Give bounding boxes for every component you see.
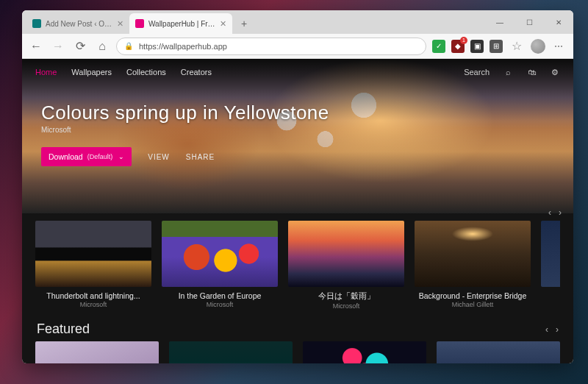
carousel-next[interactable]: ›	[559, 207, 562, 218]
featured-row	[22, 341, 573, 363]
hero-banner: Home Wallpapers Collections Creators Sea…	[22, 59, 573, 213]
tab-onmsft[interactable]: Add New Post ‹ OnMSFT.com — ✕	[26, 13, 129, 34]
ublock-icon[interactable]: ◆1	[451, 40, 465, 53]
home-button[interactable]: ⌂	[94, 38, 110, 54]
wallpaper-card[interactable]: 今日は「穀雨」 Microsoft	[288, 221, 404, 310]
favorite-button[interactable]: ☆	[509, 38, 525, 54]
browser-toolbar: ← → ⟳ ⌂ 🔒 https://wallpaperhub.app ✓ ◆1 …	[22, 34, 573, 59]
refresh-button[interactable]: ⟳	[72, 38, 88, 54]
browser-window: Add New Post ‹ OnMSFT.com — ✕ WallpaperH…	[22, 10, 573, 363]
titlebar: Add New Post ‹ OnMSFT.com — ✕ WallpaperH…	[22, 10, 573, 34]
nav-creators[interactable]: Creators	[181, 68, 212, 77]
nav-collections[interactable]: Collections	[126, 68, 166, 77]
cart-icon[interactable]: 🛍	[526, 67, 537, 77]
url-text: https://wallpaperhub.app	[139, 42, 227, 51]
favicon-icon	[135, 19, 144, 28]
page-viewport: Home Wallpapers Collections Creators Sea…	[22, 59, 573, 363]
search-icon[interactable]: ⌕	[503, 67, 513, 77]
chevron-down-icon: ⌄	[118, 153, 124, 160]
wallpaper-card-peek[interactable]	[541, 221, 560, 310]
featured-card[interactable]	[35, 341, 159, 363]
tab-label: WallpaperHub | Free wallpapers	[148, 20, 215, 28]
extension-area: ✓ ◆1 ▣ ⊞ ☆ ⋯	[432, 38, 567, 54]
thumbnail	[162, 221, 278, 287]
tab-wallpaperhub[interactable]: WallpaperHub | Free wallpapers ✕	[129, 13, 232, 34]
download-button[interactable]: Download (Default) ⌄	[41, 147, 132, 166]
close-icon[interactable]: ✕	[220, 19, 226, 29]
tab-label: Add New Post ‹ OnMSFT.com —	[46, 20, 112, 28]
back-button[interactable]: ←	[28, 38, 44, 54]
featured-prev[interactable]: ‹	[545, 324, 548, 335]
thumbnail	[415, 221, 531, 287]
carousel-row: ‹ › Thunderbolt and lightning... Microso…	[22, 213, 573, 320]
carousel-prev[interactable]: ‹	[548, 207, 551, 218]
new-tab-button[interactable]: +	[235, 15, 253, 32]
favicon-icon	[32, 19, 41, 28]
lock-icon: 🔒	[124, 42, 133, 50]
site-nav: Home Wallpapers Collections Creators Sea…	[22, 59, 573, 85]
maximize-button[interactable]: ☐	[514, 10, 544, 34]
close-icon[interactable]: ✕	[117, 19, 123, 29]
share-button[interactable]: SHARE	[186, 153, 215, 161]
featured-card[interactable]	[303, 341, 426, 363]
featured-header: Featured ‹ ›	[22, 320, 573, 341]
search-label[interactable]: Search	[464, 68, 490, 77]
wallpaper-card[interactable]: In the Garden of Europe Microsoft	[162, 221, 278, 310]
featured-heading: Featured	[37, 321, 90, 337]
menu-button[interactable]: ⋯	[551, 41, 567, 51]
extension-icon[interactable]: ⊞	[490, 40, 503, 53]
minimize-button[interactable]: —	[485, 10, 514, 34]
address-bar[interactable]: 🔒 https://wallpaperhub.app	[116, 38, 426, 55]
nav-home[interactable]: Home	[35, 68, 57, 77]
nav-wallpapers[interactable]: Wallpapers	[71, 68, 112, 77]
wallpaper-card[interactable]: Background - Enterprise Bridge Michael G…	[415, 221, 531, 310]
close-window-button[interactable]: ✕	[544, 10, 573, 34]
settings-icon[interactable]: ⚙	[550, 67, 560, 77]
thumbnail	[288, 221, 404, 287]
featured-card[interactable]	[169, 341, 293, 363]
thumbnail	[541, 221, 560, 287]
view-button[interactable]: VIEW	[148, 153, 170, 161]
window-controls: — ☐ ✕	[485, 10, 573, 34]
featured-next[interactable]: ›	[556, 324, 559, 335]
wallpaper-card[interactable]: Thunderbolt and lightning... Microsoft	[35, 221, 151, 310]
thumbnail	[35, 221, 151, 287]
extension-icon[interactable]: ▣	[470, 40, 484, 53]
featured-card[interactable]	[437, 341, 560, 363]
extension-icon[interactable]: ✓	[432, 40, 445, 53]
profile-avatar[interactable]	[531, 39, 545, 54]
forward-button[interactable]: →	[50, 38, 66, 54]
hero-title: Colours spring up in Yellowstone	[41, 102, 554, 124]
hero-author: Microsoft	[41, 126, 554, 134]
